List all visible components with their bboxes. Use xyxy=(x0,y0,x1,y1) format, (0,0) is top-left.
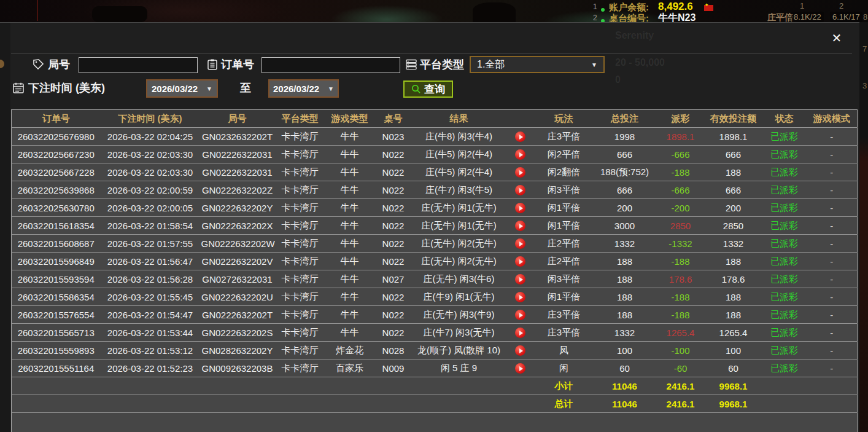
platform-select[interactable]: 1.全部 ▼ xyxy=(470,56,605,73)
cell-game-mode: - xyxy=(807,306,858,324)
cell-game-type: 牛牛 xyxy=(325,270,374,288)
cell-payout: -1332 xyxy=(657,235,705,253)
replay-play-icon[interactable] xyxy=(515,310,525,320)
cell-game-mode: - xyxy=(807,163,858,181)
cell-order-number: 260322015559893 xyxy=(12,342,101,359)
platform-stack-icon xyxy=(405,58,417,71)
cell-total-stake: 200 xyxy=(593,199,657,217)
replay-play-icon[interactable] xyxy=(515,221,525,231)
cell-status: 已派彩 xyxy=(762,359,807,377)
search-button-label: 查询 xyxy=(424,82,445,96)
cell-result: 龙(顺子) 凤(散牌 10) xyxy=(413,342,506,359)
cell-table-number: N022 xyxy=(374,253,413,270)
cell-table-number: N028 xyxy=(374,342,413,359)
cell-platform: 卡卡湾厅 xyxy=(275,146,325,163)
cell-replay xyxy=(506,235,535,253)
replay-play-icon[interactable] xyxy=(515,149,525,160)
bg-row2-index: 2 xyxy=(593,14,597,22)
cell-payout: -666 xyxy=(657,146,705,163)
cell-bet-time: 2026-03-22 01:53:44 xyxy=(101,324,200,342)
scoreboard-col2: 2 xyxy=(839,1,843,10)
cell-replay xyxy=(506,270,535,288)
round-input[interactable] xyxy=(79,57,198,73)
col-header-order: 订单号 xyxy=(12,110,101,128)
cell-game-type: 炸金花 xyxy=(325,342,374,359)
cell-total-stake: 666 xyxy=(593,181,657,199)
cell-platform: 卡卡湾厅 xyxy=(275,235,325,253)
cell-result: 庄(无牛) 闲1(无牛) xyxy=(413,199,506,217)
cell-replay xyxy=(506,324,535,342)
cell-table-number: N027 xyxy=(374,270,413,288)
replay-play-icon[interactable] xyxy=(515,167,525,178)
cell-valid-stake: 1898.1 xyxy=(705,128,762,146)
cell-game-mode: - xyxy=(807,324,858,342)
table-row: 260322015593594 2026-03-22 01:56:28 GN02… xyxy=(12,270,858,288)
date-to-picker[interactable]: 2026/03/22 ▼ xyxy=(268,79,339,98)
cell-platform: 卡卡湾厅 xyxy=(275,270,325,288)
cell-total-stake: 188 xyxy=(593,288,657,306)
modal-left-margin xyxy=(0,23,10,432)
cell-platform: 卡卡湾厅 xyxy=(275,181,325,199)
close-icon[interactable]: ✕ xyxy=(829,30,845,46)
cell-game-mode: - xyxy=(807,181,858,199)
table-row: 260322025630780 2026-03-22 02:00:05 GN02… xyxy=(12,199,858,217)
cell-total-stake: 60 xyxy=(593,359,657,377)
col-header-valid: 有效投注额 xyxy=(705,110,762,128)
table-row: 260322015551164 2026-03-22 01:52:23 GN00… xyxy=(12,359,858,377)
replay-play-icon[interactable] xyxy=(515,274,525,285)
cell-total-stake: 188 xyxy=(593,306,657,324)
cell-play-method: 凤 xyxy=(535,342,593,359)
bg-red-line xyxy=(37,0,38,21)
cell-result: 庄(牛9) 闲1(无牛) xyxy=(413,288,506,306)
cell-payout: 178.6 xyxy=(657,270,705,288)
cell-game-mode: - xyxy=(807,199,858,217)
replay-play-icon[interactable] xyxy=(515,256,525,267)
casino-background: 1 账户余额: 8,492.6 2 桌台编号: 牛牛N23 1 2 庄平倍 8.… xyxy=(0,0,868,22)
cell-order-number: 260322025630780 xyxy=(12,199,101,217)
flag-icon xyxy=(702,2,713,14)
col-header-table: 桌号 xyxy=(374,110,413,128)
cell-replay xyxy=(506,181,535,199)
cell-status: 已派彩 xyxy=(762,128,807,146)
table-row: 260322015576554 2026-03-22 01:54:47 GN02… xyxy=(12,306,858,324)
replay-play-icon[interactable] xyxy=(515,345,525,356)
replay-play-icon[interactable] xyxy=(515,132,525,142)
col-header-mode: 游戏模式 xyxy=(807,110,858,128)
replay-play-icon[interactable] xyxy=(515,363,525,374)
total-label: 总计 xyxy=(535,395,593,413)
cell-round-id: GN02226322031 xyxy=(200,163,275,181)
cell-status: 已派彩 xyxy=(762,270,807,288)
cell-platform: 卡卡湾厅 xyxy=(275,359,325,377)
scoreboard-val1: 8.1K/22 xyxy=(791,12,824,22)
cell-order-number: 260322015593594 xyxy=(12,270,101,288)
cell-game-mode: - xyxy=(807,146,858,163)
dealer-silhouette xyxy=(473,2,516,22)
order-input[interactable] xyxy=(262,57,400,73)
cell-status: 已派彩 xyxy=(762,342,807,359)
cell-result: 庄(无牛) 闲2(无牛) xyxy=(413,253,506,270)
table-header-row: 订单号 下注时间 (美东) 局号 平台类型 游戏类型 桌号 结果 玩法 总投注 … xyxy=(12,110,858,128)
cell-order-number: 260322025667230 xyxy=(12,146,101,163)
col-header-stake: 总投注 xyxy=(593,110,657,128)
account-balance-label: 账户余额: xyxy=(609,2,649,14)
replay-play-icon[interactable] xyxy=(515,238,525,249)
cell-platform: 卡卡湾厅 xyxy=(275,342,325,359)
cell-replay xyxy=(506,288,535,306)
replay-play-icon[interactable] xyxy=(515,328,525,338)
cell-table-number: N023 xyxy=(374,128,413,146)
search-button[interactable]: 查询 xyxy=(403,81,453,98)
tag-icon xyxy=(32,58,44,71)
ghost-table-name: Serenity xyxy=(615,30,654,41)
replay-play-icon[interactable] xyxy=(515,292,525,302)
cell-total-stake: 100 xyxy=(593,342,657,359)
cell-status: 已派彩 xyxy=(762,306,807,324)
replay-play-icon[interactable] xyxy=(515,185,525,195)
bg-row1-index: 1 xyxy=(593,2,597,11)
cell-game-type: 牛牛 xyxy=(325,288,374,306)
cell-valid-stake: 188 xyxy=(705,163,762,181)
date-from-picker[interactable]: 2026/03/22 ▼ xyxy=(146,79,218,98)
chevron-down-icon: ▼ xyxy=(206,85,212,92)
replay-play-icon[interactable] xyxy=(515,203,525,213)
cell-game-mode: - xyxy=(807,217,858,235)
cell-payout: -666 xyxy=(657,181,705,199)
